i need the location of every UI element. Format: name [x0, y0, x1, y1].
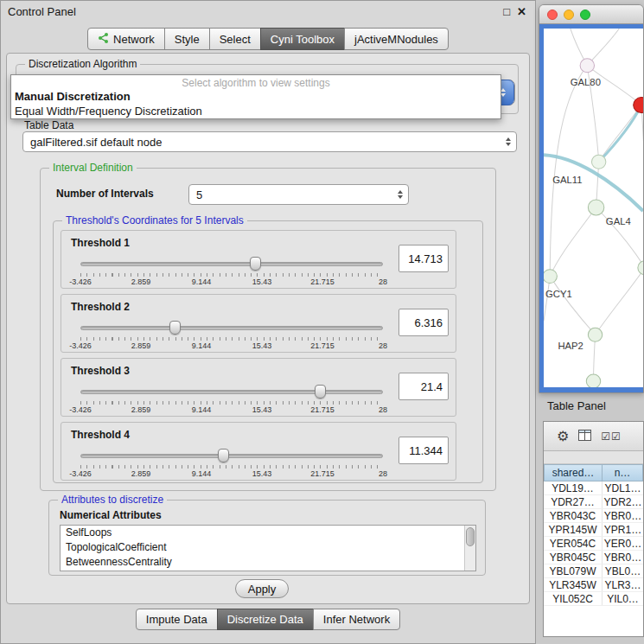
table-cell[interactable]: YPR145W: [544, 523, 603, 536]
table-row[interactable]: YLR345W YLR3…: [544, 578, 643, 592]
algorithm-dropdown-list: Select algorithm to view settings Manual…: [10, 74, 501, 119]
network-node[interactable]: [588, 200, 603, 215]
table-cell[interactable]: YBR045C: [544, 551, 603, 564]
threshold-3-slider-thumb[interactable]: [315, 385, 326, 399]
threshold-2-slider[interactable]: [80, 321, 383, 336]
network-icon: [98, 32, 109, 46]
tab-select[interactable]: Select: [209, 28, 261, 50]
table-cell[interactable]: YBR0…: [603, 509, 643, 522]
threshold-1-slider[interactable]: [80, 257, 383, 272]
table-row[interactable]: YER054C YER0…: [544, 537, 643, 551]
scrollbar-thumb[interactable]: [466, 527, 475, 546]
tab-jactivemnodules[interactable]: jActiveMNodules: [344, 28, 449, 50]
table-cell[interactable]: YBR0…: [603, 551, 643, 564]
column-header-shared-name[interactable]: shared…: [544, 464, 603, 481]
slider-track[interactable]: [80, 326, 383, 330]
table-cell[interactable]: YBL079W: [544, 564, 603, 577]
table-cell[interactable]: YLR345W: [544, 578, 603, 591]
table-cell[interactable]: YDR27…: [544, 495, 603, 508]
combo-arrows-icon: [398, 190, 403, 199]
slider-ticks: [80, 337, 383, 341]
list-item[interactable]: BetweennessCentrality: [61, 555, 475, 570]
column-header-name[interactable]: n…: [603, 464, 643, 481]
tab-impute-data[interactable]: Impute Data: [136, 609, 218, 630]
tab-infer-network[interactable]: Infer Network: [313, 609, 400, 630]
tab-network-label: Network: [113, 33, 155, 46]
table-cell[interactable]: YLR3…: [603, 578, 643, 591]
threshold-4-slider[interactable]: [80, 449, 383, 464]
threshold-1-panel: Threshold 1 -3.426 2.859 9.144 15.43 21.…: [61, 230, 456, 289]
slider-track[interactable]: [80, 262, 383, 266]
scale-label: 28: [379, 405, 387, 414]
scale-label: 15.43: [252, 277, 272, 286]
network-node[interactable]: [591, 155, 605, 169]
threshold-2-panel: Threshold 2 -3.426 2.859 9.144 15.43 21.…: [61, 294, 456, 353]
table-cell[interactable]: YDL19…: [544, 481, 603, 494]
threshold-1-slider-thumb[interactable]: [250, 257, 261, 271]
scale-label: -3.426: [69, 277, 92, 286]
table-cell[interactable]: YDL1…: [603, 481, 643, 494]
network-node[interactable]: [580, 59, 594, 73]
table-row[interactable]: YPR145W YPR1…: [544, 523, 643, 537]
tab-discretize-data[interactable]: Discretize Data: [217, 609, 314, 630]
float-window-icon[interactable]: □: [503, 6, 510, 17]
table-cell[interactable]: YDR2…: [603, 495, 643, 508]
number-of-intervals-combobox[interactable]: 5: [188, 184, 409, 205]
table-row[interactable]: YIL052C YIL0…: [544, 592, 643, 606]
list-item[interactable]: SelfLoops: [61, 526, 475, 540]
table-row[interactable]: YBR045C YBR0…: [544, 551, 643, 564]
network-node[interactable]: [544, 270, 557, 284]
slider-track[interactable]: [80, 454, 383, 458]
table-cell[interactable]: YBL0…: [603, 564, 643, 577]
threshold-4-value-field[interactable]: [399, 437, 449, 464]
network-node[interactable]: [586, 374, 600, 387]
tab-style[interactable]: Style: [164, 28, 210, 50]
table-cell[interactable]: YER054C: [544, 537, 603, 550]
tab-cyni-toolbox[interactable]: Cyni Toolbox: [260, 28, 345, 50]
scale-label: 9.144: [192, 405, 212, 414]
algorithm-option-manual[interactable]: Manual Discretization: [11, 89, 501, 104]
scale-label: 28: [379, 341, 387, 350]
table-cell[interactable]: YIL0…: [603, 592, 643, 605]
threshold-3-slider[interactable]: [80, 385, 383, 400]
number-of-intervals-label: Number of Intervals: [56, 188, 154, 200]
node-label: GAL4: [606, 216, 631, 226]
threshold-4-slider-thumb[interactable]: [218, 449, 229, 462]
table-data-value: galFiltered.sif default node: [23, 136, 162, 149]
threshold-3-value-field[interactable]: [399, 373, 449, 400]
threshold-1-value-field[interactable]: [399, 245, 449, 272]
table-row[interactable]: YBR043C YBR0…: [544, 509, 643, 523]
table-panel-window: ⚙ ☑☑ shared… n… YDL19… YDL1… YDR27… YDR2…: [543, 421, 644, 637]
select-functions-icon[interactable]: ☑☑: [601, 431, 622, 442]
threshold-2-value-field[interactable]: [399, 309, 449, 336]
table-row[interactable]: YDL19… YDL1…: [544, 481, 643, 495]
scale-label: 9.144: [192, 469, 212, 478]
close-traffic-light-icon[interactable]: [547, 10, 558, 20]
network-node[interactable]: [588, 328, 602, 341]
table-cell[interactable]: YER0…: [603, 537, 643, 550]
table-row[interactable]: YBL079W YBL0…: [544, 564, 643, 578]
network-node[interactable]: [638, 261, 643, 275]
table-cell[interactable]: YBR043C: [544, 509, 603, 522]
table-cell[interactable]: YIL052C: [544, 592, 603, 605]
table-cell[interactable]: YPR1…: [603, 523, 643, 536]
scale-label: 21.715: [310, 405, 335, 414]
table-row[interactable]: YDR27… YDR2…: [544, 495, 643, 509]
tab-impute-data-label: Impute Data: [146, 613, 207, 626]
list-item[interactable]: TopologicalCoefficient: [61, 540, 475, 555]
discretization-algorithm-group-title: Discretization Algorithm: [25, 58, 140, 70]
zoom-traffic-light-icon[interactable]: [580, 10, 590, 20]
list-scrollbar[interactable]: [464, 526, 475, 571]
algorithm-dropdown-hint: Select algorithm to view settings: [11, 75, 501, 89]
algorithm-option-equal-width[interactable]: Equal Width/Frequency Discretization: [11, 104, 501, 118]
close-window-icon[interactable]: ✕: [517, 6, 526, 17]
columns-icon[interactable]: [578, 429, 591, 444]
scale-label: -3.426: [69, 469, 92, 478]
slider-track[interactable]: [80, 390, 383, 394]
apply-button[interactable]: Apply: [235, 579, 289, 598]
threshold-2-slider-thumb[interactable]: [169, 321, 181, 335]
gear-icon[interactable]: ⚙: [557, 430, 569, 443]
table-data-combobox[interactable]: galFiltered.sif default node: [22, 131, 517, 152]
tab-network[interactable]: Network: [87, 28, 165, 50]
minimize-traffic-light-icon[interactable]: [564, 10, 574, 20]
